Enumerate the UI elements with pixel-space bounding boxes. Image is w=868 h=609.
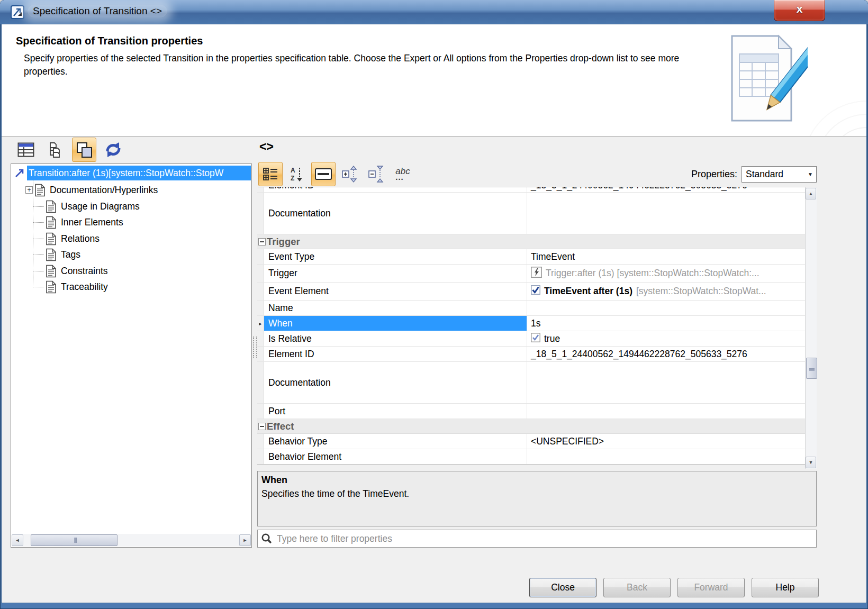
horizontal-scrollbar[interactable]: ◄ ►: [12, 534, 251, 547]
panel-splitter[interactable]: [253, 337, 257, 358]
checkbox-checked-icon[interactable]: [531, 333, 540, 345]
checkbox-checked-icon[interactable]: [531, 285, 540, 297]
property-value: Trigger:after (1s) [system::StopWatch::S…: [546, 268, 760, 279]
show-description-button[interactable]: [311, 162, 336, 186]
property-value[interactable]: <UNSPECIFIED>: [527, 434, 805, 449]
expand-nodes-button[interactable]: [338, 162, 362, 186]
collapse-minus-icon[interactable]: [258, 423, 266, 430]
group-label: Effect: [267, 421, 294, 432]
vertical-scroll-thumb[interactable]: [806, 358, 817, 379]
property-value[interactable]: [527, 193, 805, 234]
tree-item-usage-in-diagrams[interactable]: Usage in Diagrams: [33, 198, 140, 214]
scroll-right-button[interactable]: ►: [239, 534, 251, 546]
tree-item-constraints[interactable]: Constraints: [33, 263, 108, 279]
vertical-scrollbar[interactable]: ▲ ▼: [805, 187, 817, 469]
row-marker-cell: [257, 265, 264, 282]
arrow-down-icon: ▼: [809, 460, 813, 465]
header-title: Specification of Transition properties: [16, 35, 203, 47]
expand-plus-icon[interactable]: +: [25, 186, 33, 194]
property-value[interactable]: [527, 301, 805, 315]
property-name: Behavior Type: [264, 434, 527, 449]
title-bar[interactable]: Specification of Transition <> x: [0, 0, 868, 24]
tree-item-traceability[interactable]: Traceability: [33, 279, 108, 295]
window-title: Specification of Transition <>: [28, 5, 167, 17]
property-value: true: [544, 333, 560, 344]
close-button[interactable]: Close: [529, 578, 596, 597]
property-name: Documentation: [264, 193, 527, 234]
property-name: Trigger: [264, 265, 527, 282]
header-description: Specify properties of the selected Trans…: [24, 52, 717, 78]
properties-table: Element ID _18_5_1_24400562_149446222876…: [257, 187, 805, 465]
property-value[interactable]: TimeEvent: [527, 249, 805, 264]
property-row-name[interactable]: Name: [257, 301, 805, 316]
document-pencil-icon: [726, 32, 808, 130]
scroll-left-button[interactable]: ◄: [12, 534, 23, 546]
scroll-down-button[interactable]: ▼: [806, 457, 816, 468]
property-name: Element ID: [264, 347, 527, 361]
group-header-trigger[interactable]: Trigger: [257, 234, 805, 249]
tree-view-button[interactable]: [43, 138, 67, 162]
tree-item-label: Documentation/Hyperlinks: [50, 185, 158, 196]
thumb-grip: [809, 368, 815, 369]
collapse-minus-icon[interactable]: [258, 238, 266, 246]
forward-button[interactable]: Forward: [677, 578, 745, 597]
property-row-element-id[interactable]: Element ID _18_5_1_24400562_149446222876…: [257, 347, 805, 362]
property-value[interactable]: 1s: [527, 316, 805, 331]
sort-alphabetically-button[interactable]: A Z: [285, 162, 309, 186]
tree-item-relations[interactable]: Relations: [33, 231, 100, 247]
trigger-lightning-icon: [531, 267, 542, 280]
filter-input[interactable]: [276, 533, 816, 545]
property-row-port[interactable]: Port: [257, 404, 805, 419]
tree-branch-line: [33, 254, 44, 255]
property-value[interactable]: [527, 362, 805, 403]
scroll-up-button[interactable]: ▲: [806, 188, 816, 199]
property-value[interactable]: _18_5_1_24400562_1494462228762_505633_52…: [527, 347, 805, 361]
property-row-event-type[interactable]: Event Type TimeEvent: [257, 249, 805, 265]
properties-toolbar: A Z: [258, 161, 817, 187]
refresh-button[interactable]: [101, 138, 125, 162]
property-row-element-id-clipped[interactable]: Element ID _18_5_1_24400562_149446222876…: [257, 187, 805, 193]
categorized-view-button[interactable]: [258, 162, 283, 186]
transition-arrow-icon: [12, 166, 27, 180]
horizontal-scroll-thumb[interactable]: [31, 534, 117, 546]
help-button[interactable]: Help: [752, 578, 819, 597]
properties-dropdown[interactable]: Standard ▼: [742, 166, 817, 183]
property-row-behavior-type[interactable]: Behavior Type <UNSPECIFIED>: [257, 434, 805, 449]
property-value[interactable]: [527, 404, 805, 419]
document-icon: [44, 199, 57, 213]
tree-item-documentation-hyperlinks[interactable]: + Documentation/Hyperlinks: [33, 182, 158, 198]
tree-item-label: Relations: [61, 233, 100, 244]
property-value[interactable]: [527, 449, 805, 464]
property-name: Element ID: [268, 187, 314, 191]
property-row-documentation-top[interactable]: Documentation: [257, 193, 805, 234]
property-row-when-selected[interactable]: ▸ When 1s: [257, 316, 805, 331]
group-header-effect[interactable]: Effect: [257, 419, 805, 434]
property-row-is-relative[interactable]: Is Relative true: [257, 331, 805, 347]
row-marker-cell: [257, 283, 264, 300]
collapse-nodes-button[interactable]: [364, 162, 388, 186]
svg-text:A: A: [291, 167, 295, 174]
row-marker-cell: [257, 193, 264, 234]
close-window-button[interactable]: x: [774, 0, 825, 21]
property-row-documentation[interactable]: Documentation: [257, 362, 805, 404]
compartments-icon: [75, 141, 93, 159]
tree-root-item[interactable]: Transition:after (1s)[system::StopWatch:…: [12, 166, 251, 180]
tree-item-inner-elements[interactable]: Inner Elements: [33, 214, 123, 230]
back-button[interactable]: Back: [603, 578, 671, 597]
abbreviations-button[interactable]: abc ...: [391, 162, 415, 186]
tree-item-label: Constraints: [61, 266, 108, 277]
document-icon: [44, 280, 57, 294]
property-row-trigger[interactable]: Trigger Trigger:after (1s) [system::Stop…: [257, 265, 805, 283]
property-name: Event Element: [264, 283, 527, 300]
tree-item-label: Tags: [61, 249, 80, 260]
property-name: Port: [264, 404, 527, 419]
filter-properties-box[interactable]: [257, 530, 817, 548]
compartments-view-button[interactable]: [72, 138, 96, 162]
tree-branch-line: [33, 287, 44, 287]
property-row-behavior-element[interactable]: Behavior Element: [257, 449, 805, 464]
form-view-button[interactable]: [14, 138, 38, 162]
tree-item-tags[interactable]: Tags: [33, 247, 80, 262]
arrow-left-icon: ◄: [15, 538, 20, 543]
expand-nodes-icon: [341, 165, 359, 183]
property-row-event-element[interactable]: Event Element TimeEvent after (1s) [syst…: [257, 283, 805, 301]
